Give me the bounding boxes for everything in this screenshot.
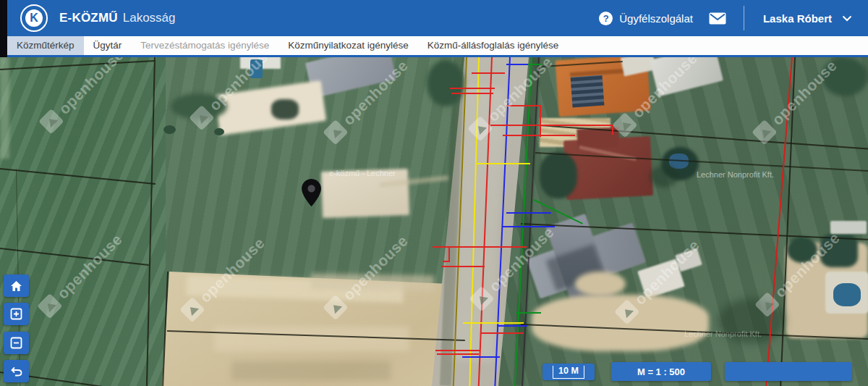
shed-white [830,221,867,234]
home-icon [10,280,22,292]
utility-line-red [437,353,479,355]
user-menu[interactable]: Laska Róbert [763,12,855,25]
tab-kozmu-allasfoglalas[interactable]: Közmű-állásfoglalás igénylése [418,36,569,55]
undo-arrow-icon [11,366,22,377]
trees [787,237,817,263]
tab-ugytar[interactable]: Ügytár [84,36,132,55]
trees [163,125,176,134]
chevron-down-icon [842,15,852,22]
trees [650,166,678,188]
app-title: E-KÖZMŰ [59,11,118,25]
support-link[interactable]: ? Ügyfélszolgálat [599,12,693,25]
utility-line-red [443,261,450,262]
utility-line-red [448,246,450,262]
field-left-edge-light [0,57,9,159]
utility-line-blue [497,325,527,327]
home-button[interactable] [4,274,29,297]
location-pin-icon[interactable] [302,179,321,206]
scale-bar-bracket: 10 M [553,366,584,379]
pool [250,59,263,78]
tab-kozmuterkep[interactable]: Közműtérkép [7,36,84,55]
scale-ratio-label: M = 1 : 500 [637,366,685,377]
solar-panels [571,75,605,108]
utility-line-yellow [477,163,530,164]
app-title-group: E-KÖZMŰ Lakosság [59,11,176,25]
zoom-out-icon [10,337,22,349]
scale-bar: 10 M [542,364,595,380]
zoom-in-button[interactable] [4,303,29,325]
trees [214,128,224,135]
utility-line-blue [462,356,500,358]
utility-line-yellow [463,322,524,324]
scale-extra-box [725,362,852,381]
sand-patch [575,272,626,296]
logo-letter-text: K [30,12,38,25]
help-icon-glyph: ? [603,13,609,24]
utility-line-green [515,312,541,314]
utility-line-red [480,332,524,334]
pool [833,283,861,306]
e-kozmu-app: K E-KÖZMŰ Lakosság ? Ügyfélszolgálat Las… [0,0,868,386]
tab-tervezestamogatas[interactable]: Tervezéstámogatás igénylése [131,36,278,55]
header-divider [744,6,744,30]
envelope-glyph [709,12,726,25]
app-logo-icon[interactable]: K [20,4,48,32]
help-icon: ? [599,12,613,25]
logo-letter: K [25,9,43,27]
utility-line-red [472,72,505,74]
map-attribution: Lechner Nonprofit Kft. [684,330,762,338]
utility-line-red [506,105,541,106]
corner-strip [0,0,7,57]
shed-dark [271,99,299,119]
utility-line-blue [503,226,555,227]
utility-line-red [451,93,493,94]
zoom-out-button[interactable] [4,332,29,354]
utility-line-red [435,350,480,351]
utility-line-red [612,125,613,135]
sand-streak [214,327,409,351]
trees [540,152,577,198]
trees [171,93,227,119]
zoom-in-icon [10,308,22,320]
trees [427,60,464,106]
utility-line-red [441,266,485,267]
utility-line-green [528,64,541,65]
utility-line-red [503,135,575,136]
app-subtitle: Lakosság [123,11,176,25]
utility-line-blue [506,212,551,214]
scale-bar-label: 10 M [558,366,579,376]
trees [822,57,868,96]
sand-streak [311,274,434,292]
user-name: Laska Róbert [763,12,832,25]
map-attribution: Lechner Nonprofit Kft. [697,170,774,179]
app-header: K E-KÖZMŰ Lakosság ? Ügyfélszolgálat Las… [0,0,868,36]
tab-kozmunyilatkozat[interactable]: Közműnyilatkozat igénylése [278,36,418,55]
utility-line-red [450,88,495,89]
support-label: Ügyfélszolgálat [619,12,693,25]
sand-shadow [231,361,391,380]
tab-bar: Közműtérkép Ügytár Tervezéstámogatás igé… [0,36,868,57]
undo-button[interactable] [4,360,29,382]
utility-line-red [490,125,613,126]
map-viewport[interactable]: openhouseopenhouseopenhouseopenhouseopen… [0,57,868,386]
utility-line-red [433,246,527,248]
map-attribution: e-közmű - Lechner [329,169,396,177]
utility-line-red [540,105,541,137]
sand-patch [532,295,709,351]
mail-icon[interactable] [709,12,726,25]
scale-ratio-badge: M = 1 : 500 [611,362,711,381]
